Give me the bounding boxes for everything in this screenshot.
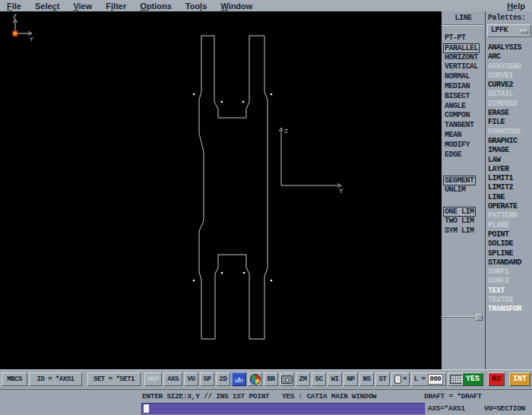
palettes-title: Palettes:: [488, 14, 532, 23]
line-option-label: ONE LIM: [443, 207, 476, 217]
palette-item-analysis[interactable]: ANALYSIS: [488, 43, 532, 52]
line-option-normal[interactable]: NORMAL: [445, 72, 485, 82]
drawing-canvas[interactable]: ZYzY: [0, 11, 442, 369]
toolbar-button-ns[interactable]: NS: [359, 372, 374, 386]
toolbar-button-mbcs[interactable]: MBCS: [2, 372, 27, 386]
toolbar-button-sp[interactable]: SP: [200, 372, 214, 386]
palette-item-dimens2: DIMENS2: [488, 100, 532, 109]
equals-glyph: =: [403, 375, 407, 383]
line-option-label: NORMAL: [445, 72, 470, 81]
layer-field-value[interactable]: 000: [428, 374, 444, 385]
palette-item-layer[interactable]: LAYER: [488, 165, 532, 174]
view-indicator: VU=SECTION: [484, 404, 525, 413]
toolbar-button-np[interactable]: NP: [344, 372, 358, 386]
layer-field[interactable]: L =000: [411, 372, 446, 386]
palette-item-text[interactable]: TEXT: [488, 287, 532, 296]
menu-file[interactable]: File: [0, 1, 28, 11]
layer-field-label: L =: [414, 375, 426, 383]
palette-item-law[interactable]: LAW: [488, 156, 532, 165]
menu-window[interactable]: Window: [214, 1, 259, 11]
toolbar-button-set-set1[interactable]: SET = *SET1: [87, 372, 141, 386]
line-option-segment[interactable]: SEGMENT: [445, 176, 485, 185]
panel-sash[interactable]: [442, 316, 484, 318]
point-marker: [271, 280, 273, 282]
line-option-vertical[interactable]: VERTICAL: [445, 62, 485, 72]
palette-item-limit1[interactable]: LIMIT1: [488, 174, 532, 183]
camera-icon: [281, 375, 293, 384]
line-option-two-lim[interactable]: TWO LIM: [445, 217, 485, 227]
menu-view[interactable]: View: [66, 1, 99, 11]
palette-item-image[interactable]: IMAGE: [488, 146, 532, 155]
palette-item-plane: PLANE: [488, 221, 532, 230]
line-option-label: BISECT: [445, 92, 470, 100]
toolbar-button-camera[interactable]: [280, 372, 294, 386]
line-option-parallel[interactable]: PARALLEL: [445, 43, 485, 53]
toolbar-button-2d[interactable]: 2D: [216, 372, 230, 386]
toolbar-button-axs[interactable]: AXS: [163, 372, 182, 386]
palette-item-transfor[interactable]: TRANSFOR: [488, 305, 532, 314]
toolbar-button-sc[interactable]: SC: [312, 372, 326, 386]
palette-item-spline[interactable]: SPLINE: [488, 249, 532, 258]
line-option-pt-pt[interactable]: PT-PT: [445, 33, 485, 43]
sash-handle-icon[interactable]: [476, 314, 483, 321]
axis-indicator: AXS=*AXS1: [428, 404, 465, 413]
menu-help[interactable]: Help: [500, 1, 532, 11]
palette-item-limit2[interactable]: LIMIT2: [488, 183, 532, 192]
line-option-angle[interactable]: ANGLE: [445, 102, 485, 112]
palette-item-curve2[interactable]: CURVE2: [488, 81, 532, 90]
flag-button-no[interactable]: NO: [488, 372, 505, 386]
toolbar-button-vu[interactable]: VU: [184, 372, 198, 386]
palette-item-point[interactable]: POINT: [488, 230, 532, 239]
flag-button-yes[interactable]: YES: [462, 372, 483, 386]
catia-window: { "menu_bar": { "items": [ {"label":"Fil…: [0, 0, 532, 415]
toolbar-button-exit[interactable]: ▲EXIT: [232, 372, 246, 386]
view-axis-y-label: Y: [339, 188, 344, 195]
toolbar-button-br[interactable]: BR: [264, 372, 278, 386]
flag-button-int[interactable]: INT: [509, 372, 530, 386]
palette-item-detail: DETAIL: [488, 90, 532, 99]
palette-item-auxview2: AUXVIEW2: [488, 62, 532, 71]
palette-item-operate[interactable]: OPERATE: [488, 202, 532, 211]
palette-item-solide[interactable]: SOLIDE: [488, 239, 532, 249]
view-axis-z-label: z: [284, 128, 288, 135]
toolbar-button-st[interactable]: ST: [375, 372, 390, 386]
toolbar-button-wsp[interactable]: WSP: [144, 372, 162, 386]
toolbar-button-id-axs1[interactable]: ID = *AXS1: [29, 372, 82, 386]
menu-bar: FileSelectViewFilterOptionsToolsWindowHe…: [0, 0, 532, 12]
option-menu-dash-icon: [520, 30, 528, 33]
palette-globe-icon: [250, 374, 261, 385]
line-option-tangent[interactable]: TANGENT: [445, 121, 485, 131]
line-option-label: PARALLEL: [443, 43, 480, 53]
command-input[interactable]: [141, 403, 426, 415]
bottom-toolbar: MBCSID = *AXS1SET = *SET1WSPAXSVUSP2D▲EX…: [0, 369, 532, 390]
line-option-edge[interactable]: EDGE: [445, 150, 485, 160]
palette-item-arc[interactable]: ARC: [488, 52, 532, 62]
palette-item-file[interactable]: FILE: [488, 118, 532, 127]
palette-item-standard[interactable]: STANDARD: [488, 258, 532, 268]
line-option-sym-lim[interactable]: SYM LIM: [445, 227, 485, 236]
line-panel-title: LINE: [442, 14, 485, 23]
palette-item-line[interactable]: LINE: [488, 193, 532, 202]
menu-filter[interactable]: Filter: [99, 1, 133, 11]
menu-options[interactable]: Options: [133, 1, 179, 11]
palette-item-graphic[interactable]: GRAPHIC: [488, 137, 532, 146]
toolbar-button-wi[interactable]: WI: [328, 372, 342, 386]
line-option-modify[interactable]: MODIFY: [445, 141, 485, 150]
palette-selector-dropdown[interactable]: LPFK: [487, 24, 531, 37]
line-option-horizont[interactable]: HORIZONT: [445, 53, 485, 63]
line-option-compon[interactable]: COMPON: [445, 111, 485, 121]
line-option-unlim[interactable]: UNLIM: [445, 185, 485, 195]
palette-item-erase[interactable]: ERASE: [488, 109, 532, 118]
toolbar-button-palette-globe[interactable]: [248, 372, 262, 386]
menu-tools[interactable]: Tools: [179, 1, 214, 11]
line-option-one-lim[interactable]: ONE LIM: [445, 207, 485, 217]
line-option-median[interactable]: MEDIAN: [445, 82, 485, 92]
bucket-equals-icon: [394, 375, 401, 384]
toolbar-button-bucket-equals[interactable]: =: [391, 372, 410, 386]
status-bar: ENTER SIZE:X,Y // INS 1ST POINT YES : CA…: [0, 389, 532, 403]
toolbar-button-zm[interactable]: ZM: [296, 372, 310, 386]
prompt-text: ENTER SIZE:X,Y // INS 1ST POINT: [142, 392, 269, 401]
line-option-bisect[interactable]: BISECT: [445, 92, 485, 102]
line-option-mean[interactable]: MEAN: [445, 131, 485, 141]
menu-select[interactable]: Select: [28, 1, 66, 11]
